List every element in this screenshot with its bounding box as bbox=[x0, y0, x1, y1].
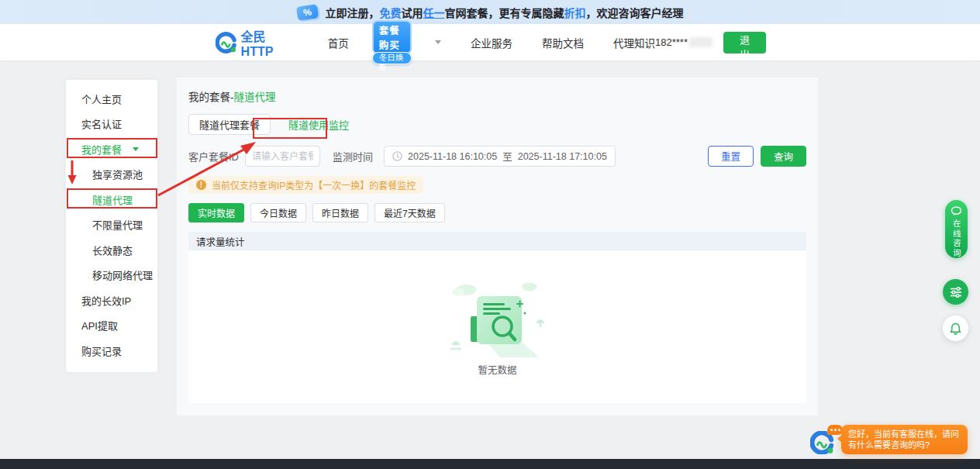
date-range-end: 2025-11-18 17:10:05 bbox=[518, 151, 607, 162]
winter-refresh-badge: 冬日焕新 bbox=[372, 52, 412, 64]
sidebar-item-tunnel-proxy[interactable]: 隧道代理 bbox=[66, 187, 157, 212]
nav-item-package-buy[interactable]: 套餐购买 冬日焕新 bbox=[372, 20, 412, 64]
sidebar-item-my-packages[interactable]: 我的套餐 bbox=[66, 136, 157, 162]
filter-actions: 重置 查询 bbox=[708, 146, 806, 167]
tab-bar: 隧道代理套餐 隧道使用监控 bbox=[188, 114, 806, 135]
chevron-down-icon bbox=[133, 147, 139, 151]
date-range-picker[interactable]: 2025-11-18 16:10:05 至 2025-11-18 17:10:0… bbox=[384, 146, 616, 167]
customer-service-widget[interactable]: 您好，当前有客服在线，请问有什么需要咨询的吗? bbox=[810, 425, 968, 457]
logo[interactable]: 全民HTTP bbox=[216, 26, 295, 59]
breadcrumb: 我的套餐-隧道代理 bbox=[188, 88, 806, 104]
typing-dots-icon bbox=[827, 425, 843, 435]
sidebar-item-exclusive-pool[interactable]: 独享资源池 bbox=[66, 162, 157, 188]
navbar: 全民HTTP 首页 套餐购买 冬日焕新 企业服务 帮助文档 代理知识 182**… bbox=[0, 24, 980, 60]
nav-item-home[interactable]: 首页 bbox=[328, 35, 349, 50]
nav-item-enterprise[interactable]: 企业服务 bbox=[471, 35, 512, 50]
sidebar-item-purchase-records[interactable]: 购买记录 bbox=[66, 338, 157, 364]
sidebar-item-api-extract[interactable]: API提取 bbox=[66, 313, 157, 339]
bell-icon bbox=[950, 322, 961, 335]
footer-bar bbox=[0, 459, 980, 469]
sidebar-item-personal-home[interactable]: 个人主页 bbox=[66, 86, 157, 112]
main-content: 我的套餐-隧道代理 隧道代理套餐 隧道使用监控 客户套餐ID 监测时间 2025… bbox=[177, 78, 818, 416]
request-stats-section: 请求量统计 bbox=[188, 232, 806, 403]
sidebar-item-real-name-auth[interactable]: 实名认证 bbox=[66, 112, 157, 137]
package-id-label: 客户套餐ID bbox=[188, 149, 239, 164]
logo-text: 全民HTTP bbox=[241, 26, 295, 59]
sidebar-item-long-term-static[interactable]: 长效静态 bbox=[66, 237, 157, 263]
nav-user-area: 182**** 退出 bbox=[655, 32, 766, 53]
package-buy-badge: 套餐购买 bbox=[372, 20, 412, 54]
percent-badge-icon: % bbox=[295, 4, 318, 21]
logo-icon bbox=[216, 32, 236, 53]
date-range-start: 2025-11-18 16:10:05 bbox=[408, 151, 497, 162]
sidebar-item-label: 我的套餐 bbox=[81, 142, 122, 157]
empty-data-text: 暂无数据 bbox=[478, 362, 516, 377]
breadcrumb-current: 隧道代理 bbox=[234, 91, 276, 103]
clock-icon bbox=[392, 151, 402, 161]
banner-segment-highlight: 免费 bbox=[380, 7, 402, 19]
sidebar: 个人主页 实名认证 我的套餐 独享资源池 隧道代理 不限量代理 长效静态 移动网… bbox=[66, 80, 157, 372]
filter-sliders-icon bbox=[950, 287, 962, 298]
online-consult-label: 在线咨询 bbox=[952, 219, 961, 258]
notifications-button[interactable] bbox=[943, 316, 968, 341]
tab-tunnel-proxy-packages[interactable]: 隧道代理套餐 bbox=[188, 114, 271, 135]
range-tab-today[interactable]: 今日数据 bbox=[250, 203, 306, 222]
logout-button[interactable]: 退出 bbox=[723, 32, 766, 53]
banner-segment-highlight: 折扣 bbox=[564, 7, 586, 19]
online-consult-button[interactable]: 在线咨询 bbox=[945, 200, 968, 258]
notice-text: 当前仅支持查询IP类型为【一次一换】的套餐监控 bbox=[212, 178, 416, 191]
package-id-input[interactable] bbox=[245, 146, 320, 167]
breadcrumb-prefix: 我的套餐- bbox=[188, 91, 234, 103]
reset-button[interactable]: 重置 bbox=[708, 146, 754, 167]
notice-bar: ! 当前仅支持查询IP类型为【一次一换】的套餐监控 bbox=[188, 176, 423, 194]
sidebar-item-my-long-term-ip[interactable]: 我的长效IP bbox=[66, 288, 157, 313]
info-icon: ! bbox=[196, 180, 206, 190]
user-phone-masked: 182**** bbox=[655, 36, 688, 48]
banner-segment: 立即注册， bbox=[326, 7, 380, 19]
range-tab-realtime[interactable]: 实时数据 bbox=[188, 203, 244, 222]
quick-settings-button[interactable] bbox=[943, 279, 968, 305]
date-range-separator: 至 bbox=[502, 149, 512, 164]
banner-segment: 官网套餐，更有专属隐藏 bbox=[445, 7, 564, 19]
range-tab-yesterday[interactable]: 昨日数据 bbox=[312, 203, 368, 222]
customer-service-message[interactable]: 您好，当前有客服在线，请问有什么需要咨询的吗? bbox=[841, 425, 968, 454]
nav-item-help-docs[interactable]: 帮助文档 bbox=[542, 35, 584, 50]
filter-row: 客户套餐ID 监测时间 2025-11-18 16:10:05 至 2025-1… bbox=[188, 146, 806, 167]
sidebar-item-unlimited-proxy[interactable]: 不限量代理 bbox=[66, 212, 157, 238]
chevron-down-icon[interactable] bbox=[435, 40, 441, 44]
banner-segment: 试用 bbox=[402, 7, 423, 19]
chat-bubble-icon bbox=[951, 206, 962, 216]
data-range-tabs: 实时数据 今日数据 昨日数据 最近7天数据 bbox=[188, 203, 806, 222]
monitor-time-label: 监测时间 bbox=[333, 149, 373, 164]
range-tab-last7days[interactable]: 最近7天数据 bbox=[374, 203, 445, 222]
nav-item-proxy-knowledge[interactable]: 代理知识 bbox=[613, 35, 655, 50]
tab-tunnel-usage-monitor[interactable]: 隧道使用监控 bbox=[278, 114, 359, 135]
chart-empty-state: 暂无数据 bbox=[188, 250, 806, 403]
phone-blur-patch bbox=[689, 37, 713, 47]
nav-links: 首页 套餐购买 冬日焕新 企业服务 帮助文档 代理知识 bbox=[328, 20, 655, 64]
section-title: 请求量统计 bbox=[188, 232, 806, 250]
customer-service-avatar[interactable] bbox=[810, 431, 833, 457]
banner-text: 立即注册，免费试用任一官网套餐，更有专属隐藏折扣，欢迎咨询客户经理 bbox=[326, 5, 684, 20]
empty-data-illustration-icon bbox=[440, 278, 556, 359]
query-button[interactable]: 查询 bbox=[761, 146, 806, 167]
banner-segment: ，欢迎咨询客户经理 bbox=[586, 7, 684, 19]
sidebar-item-mobile-network-proxy[interactable]: 移动网络代理 bbox=[66, 263, 157, 288]
user-phone: 182**** bbox=[655, 36, 713, 48]
banner-segment-link[interactable]: 任一 bbox=[423, 7, 445, 19]
